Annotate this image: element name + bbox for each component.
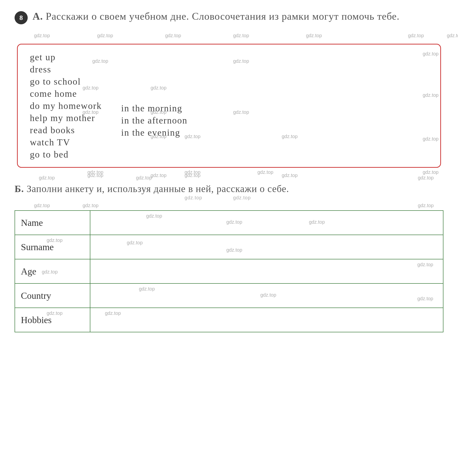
part-b-label: Б. bbox=[15, 183, 24, 194]
section-b-title: Б. Заполни анкету и, используя данные в … bbox=[15, 182, 443, 195]
watermark: gdz.top bbox=[309, 219, 325, 225]
watermark: gdz.top bbox=[83, 203, 99, 208]
watermark: gdz.top bbox=[423, 169, 439, 175]
table-value-country[interactable]: gdz.top gdz.top gdz.top bbox=[90, 283, 443, 308]
watermark: gdz.top bbox=[233, 58, 249, 64]
task-header: 8 А. Расскажи о своем учебном дне. Слово… bbox=[15, 10, 443, 24]
watermark: gdz.top bbox=[105, 310, 121, 316]
watermark: gdz.top bbox=[233, 194, 251, 201]
watermark: gdz.top bbox=[185, 194, 202, 201]
part-a-label: А. bbox=[33, 11, 43, 22]
phrase-item: go to school bbox=[30, 76, 102, 87]
table-label-name: Name bbox=[15, 211, 90, 235]
phrase-item: help my mother bbox=[30, 113, 102, 123]
phrase-item: in the afternoon bbox=[121, 115, 187, 126]
watermark: gdz.top bbox=[127, 240, 143, 246]
table-value-surname[interactable]: gdz.top gdz.top bbox=[90, 235, 443, 259]
form-table: Name gdz.top gdz.top gdz.top gdz.top Sur… bbox=[15, 210, 443, 332]
watermark: gdz.top bbox=[146, 213, 162, 219]
part-a-text: Расскажи о своем учебном дне. Словосочет… bbox=[46, 11, 399, 22]
table-value-name[interactable]: gdz.top gdz.top gdz.top bbox=[90, 211, 443, 235]
watermark: gdz.top bbox=[233, 33, 249, 38]
phrase-item: watch TV bbox=[30, 137, 102, 148]
watermark: gdz.top bbox=[408, 33, 424, 38]
part-b-text: Заполни анкету и, используя данные в ней… bbox=[26, 183, 289, 194]
phrase-box: gdz.top gdz.top gdz.top gdz.top gdz.top … bbox=[17, 44, 441, 168]
phrase-col-left: get up dress go to school come home do m… bbox=[30, 52, 102, 160]
watermark: gdz.top bbox=[282, 134, 298, 139]
table-value-hobbies[interactable]: gdz.top bbox=[90, 308, 443, 332]
table-row: gdz.top Hobbies gdz.top bbox=[15, 308, 443, 332]
watermark: gdz.top bbox=[226, 219, 242, 225]
watermark: gdz.top bbox=[257, 169, 273, 175]
watermark: gdz.top bbox=[97, 33, 113, 38]
phrase-item: in the evening bbox=[121, 127, 187, 138]
table-label-surname: gdz.top Surname bbox=[15, 235, 90, 259]
watermark: gdz.top bbox=[418, 175, 434, 181]
phrase-item: go to bed bbox=[30, 149, 102, 160]
table-label-age: Age gdz.top bbox=[15, 259, 90, 283]
phrase-item: come home bbox=[30, 88, 102, 99]
table-label-hobbies: gdz.top Hobbies bbox=[15, 308, 90, 332]
watermark: gdz.top bbox=[233, 109, 249, 115]
watermark: gdz.top bbox=[226, 247, 242, 253]
task-title-a: А. Расскажи о своем учебном дне. Словосо… bbox=[33, 10, 399, 23]
phrase-item: read books bbox=[30, 125, 102, 135]
table-row: Name gdz.top gdz.top gdz.top bbox=[15, 211, 443, 235]
watermark: gdz.top bbox=[34, 203, 50, 208]
table-row: Age gdz.top gdz.top bbox=[15, 259, 443, 283]
phrase-item: dress bbox=[30, 64, 102, 75]
watermark: gdz.top bbox=[139, 286, 155, 292]
watermark: gdz.top bbox=[39, 175, 55, 181]
phrase-item: get up bbox=[30, 52, 102, 62]
watermark: gdz.top bbox=[42, 269, 58, 275]
watermark: gdz.top bbox=[165, 33, 181, 38]
table-value-age[interactable]: gdz.top bbox=[90, 259, 443, 283]
phrase-box-wrapper: gdz.top gdz.top gdz.top gdz.top gdz.top … bbox=[15, 44, 443, 168]
watermark: gdz.top bbox=[306, 33, 322, 38]
phrase-col-right: in the morning in the afternoon in the e… bbox=[121, 52, 187, 160]
watermark: gdz.top bbox=[136, 175, 152, 181]
watermark: gdz.top bbox=[282, 173, 298, 178]
watermark: gdz.top bbox=[417, 262, 433, 267]
watermark: gdz.top bbox=[87, 169, 103, 175]
phrase-item: in the morning bbox=[121, 103, 187, 114]
watermark: gdz.top bbox=[185, 173, 201, 178]
watermark: gdz.top bbox=[417, 296, 433, 301]
phrase-item: do my homework bbox=[30, 100, 102, 111]
watermark: gdz.top bbox=[447, 33, 458, 38]
watermark: gdz.top bbox=[34, 33, 50, 38]
watermark: gdz.top bbox=[260, 292, 276, 298]
watermark: gdz.top bbox=[185, 169, 201, 175]
form-table-wrapper: Name gdz.top gdz.top gdz.top gdz.top Sur… bbox=[15, 210, 443, 332]
watermark: gdz.top bbox=[151, 173, 167, 178]
table-row: gdz.top Surname gdz.top gdz.top bbox=[15, 235, 443, 259]
task-number: 8 bbox=[15, 11, 28, 24]
table-row: Country gdz.top gdz.top gdz.top bbox=[15, 283, 443, 308]
watermark: gdz.top bbox=[87, 173, 103, 178]
table-label-country: Country bbox=[15, 283, 90, 308]
watermark: gdz.top bbox=[418, 203, 434, 208]
